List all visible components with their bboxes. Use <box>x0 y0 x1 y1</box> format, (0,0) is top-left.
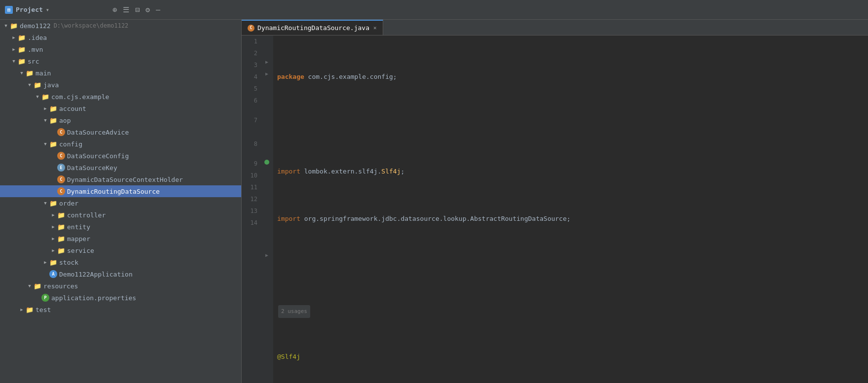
ln-5: 5 <box>246 83 259 95</box>
folder-icon-entity: 📁 <box>57 223 65 231</box>
tree-item-resources[interactable]: ▼ 📁 resources <box>0 280 241 292</box>
arrow-service: ▶ <box>49 246 57 254</box>
label-com-cjs-example: com.cjs.example <box>51 93 109 101</box>
badge-demo1122application: A <box>49 270 57 278</box>
tree-item-mapper[interactable]: ▶ 📁 mapper <box>0 233 241 244</box>
tree-item-test[interactable]: ▶ 📁 test <box>0 304 241 315</box>
tree-item-com-cjs-example[interactable]: ▼ 📁 com.cjs.example <box>0 91 241 103</box>
tree-item-src[interactable]: ▼ 📁 src <box>0 55 241 67</box>
badge-datasourcekey: E <box>57 164 65 172</box>
spacer2 <box>49 152 57 160</box>
tree-item-config[interactable]: ▼ 📁 config <box>0 138 241 150</box>
ln-4: 4 <box>246 71 259 83</box>
label-stock: stock <box>59 259 78 266</box>
label-datasourceconfig: DataSourceConfig <box>67 152 129 160</box>
folder-icon-aop: 📁 <box>49 116 57 124</box>
tab-dynamic-routing-datasource[interactable]: C DynamicRoutingDataSource.java ✕ <box>242 20 383 35</box>
spacer6 <box>41 270 49 278</box>
code-line-3: import lombok.extern.slf4j.Slf4j; <box>277 166 864 177</box>
minimize-icon[interactable]: — <box>156 5 160 14</box>
import-pkg-4: org.springframework.jdbc.datasource.look… <box>300 213 571 225</box>
tree-item-demo1122[interactable]: ▼ 📁 demo1122 D:\workspace\demo1122 <box>0 20 241 32</box>
arrow-config: ▼ <box>41 140 49 148</box>
toolbar-icons: ⊕ ☰ ⊟ ⚙ — <box>112 5 160 14</box>
ln-10: 10 <box>246 170 259 181</box>
tree-item-order[interactable]: ▼ 📁 order <box>0 197 241 209</box>
settings-icon[interactable]: ⚙ <box>145 5 150 14</box>
code-line-1: package com.cjs.example.config; <box>277 71 864 83</box>
bookmarks-icon[interactable]: ⊟ <box>135 5 140 14</box>
badge-datasourceadvice: C <box>57 128 65 136</box>
label-entity: entity <box>67 223 90 231</box>
tree-item-idea[interactable]: ▶ 📁 .idea <box>0 32 241 43</box>
folder-icon-main: 📁 <box>26 69 34 77</box>
tree-item-datasourcekey[interactable]: E DataSourceKey <box>0 162 241 174</box>
folder-icon-order: 📁 <box>49 199 57 207</box>
ln-3: 3 <box>246 59 259 71</box>
code-line-5 <box>277 260 864 272</box>
tree-item-drds[interactable]: C DynamicRoutingDataSource <box>0 185 241 197</box>
folder-icon-java: 📁 <box>34 81 41 89</box>
tree-item-java[interactable]: ▼ 📁 java <box>0 79 241 91</box>
tree-item-mvn[interactable]: ▶ 📁 .mvn <box>0 43 241 55</box>
code-content[interactable]: package com.cjs.example.config; import l… <box>273 35 868 383</box>
spacer5 <box>49 187 57 195</box>
tree-item-entity[interactable]: ▶ 📁 entity <box>0 221 241 233</box>
tab-close-icon[interactable]: ✕ <box>373 25 377 31</box>
spacer4 <box>49 175 57 183</box>
gutter-breakpoint-9[interactable] <box>264 158 270 165</box>
label-idea: .idea <box>28 34 47 41</box>
arrow-resources: ▼ <box>26 282 34 290</box>
tree-item-demo1122application[interactable]: A Demo1122Application <box>0 268 241 280</box>
tree-item-application-properties[interactable]: P application.properties <box>0 292 241 304</box>
tree-item-datasourceconfig[interactable]: C DataSourceConfig <box>0 150 241 162</box>
label-test: test <box>36 306 51 313</box>
label-aop: aop <box>59 117 71 124</box>
folder-icon-account: 📁 <box>49 104 57 112</box>
tree-item-service[interactable]: ▶ 📁 service <box>0 244 241 256</box>
label-main: main <box>36 70 51 77</box>
label-resources: resources <box>43 282 78 290</box>
tab-label: DynamicRoutingDataSource.java <box>257 24 369 32</box>
arrow-mapper: ▶ <box>49 235 57 243</box>
code-editor[interactable]: 1 2 3 4 5 6 7 8 9 10 11 12 13 14 ▶ <box>242 35 868 383</box>
tree-item-aop[interactable]: ▼ 📁 aop <box>0 114 241 126</box>
fold-icon-4[interactable]: ▶ <box>265 71 268 76</box>
usages-text-6: 2 usages <box>278 305 310 318</box>
arrow-stock: ▶ <box>41 258 49 266</box>
tree-item-stock[interactable]: ▶ 📁 stock <box>0 256 241 268</box>
label-config: config <box>59 140 82 148</box>
label-order: order <box>59 200 78 207</box>
tree-item-datasourceadvice[interactable]: C DataSourceAdvice <box>0 126 241 138</box>
ln-6: 6 <box>246 95 259 114</box>
tree-item-controller[interactable]: ▶ 📁 controller <box>0 209 241 221</box>
label-service: service <box>67 247 94 254</box>
label-controller: controller <box>67 211 106 219</box>
label-src: src <box>28 58 39 65</box>
fold-icon-3[interactable]: ▶ <box>265 59 268 65</box>
ln-9: 9 <box>246 158 259 170</box>
code-line-2 <box>277 118 864 130</box>
tree-item-account[interactable]: ▶ 📁 account <box>0 103 241 114</box>
arrow-controller: ▶ <box>49 211 57 219</box>
fold-icon-12[interactable]: ▶ <box>265 252 268 258</box>
tree-item-ddsch[interactable]: C DynamicDataSourceContextHolder <box>0 174 241 185</box>
path-demo1122: D:\workspace\demo1122 <box>54 22 129 29</box>
arrow-mvn: ▶ <box>10 45 18 53</box>
dropdown-arrow[interactable]: ▾ <box>46 6 49 13</box>
line-numbers: 1 2 3 4 5 6 7 8 9 10 11 12 13 14 <box>242 35 263 383</box>
title-bar: ▤ Project ▾ ⊕ ☰ ⊟ ⚙ — <box>0 0 868 20</box>
folder-icon-idea: 📁 <box>18 34 26 41</box>
gutter: ▶ ▶ ▶ <box>263 35 273 383</box>
globe-icon[interactable]: ⊕ <box>112 5 117 14</box>
pkg-name: com.cjs.example.config; <box>304 71 397 83</box>
code-line-4: import org.springframework.jdbc.datasour… <box>277 213 864 225</box>
tree-item-main[interactable]: ▼ 📁 main <box>0 67 241 79</box>
structure-icon[interactable]: ☰ <box>123 5 129 14</box>
arrow-main: ▼ <box>18 69 26 77</box>
project-title: Project <box>16 6 43 13</box>
editor-area: C DynamicRoutingDataSource.java ✕ 1 2 3 … <box>242 20 868 383</box>
arrow-account: ▶ <box>41 104 49 112</box>
badge-datasourceconfig: C <box>57 152 65 160</box>
folder-icon-controller: 📁 <box>57 211 65 219</box>
